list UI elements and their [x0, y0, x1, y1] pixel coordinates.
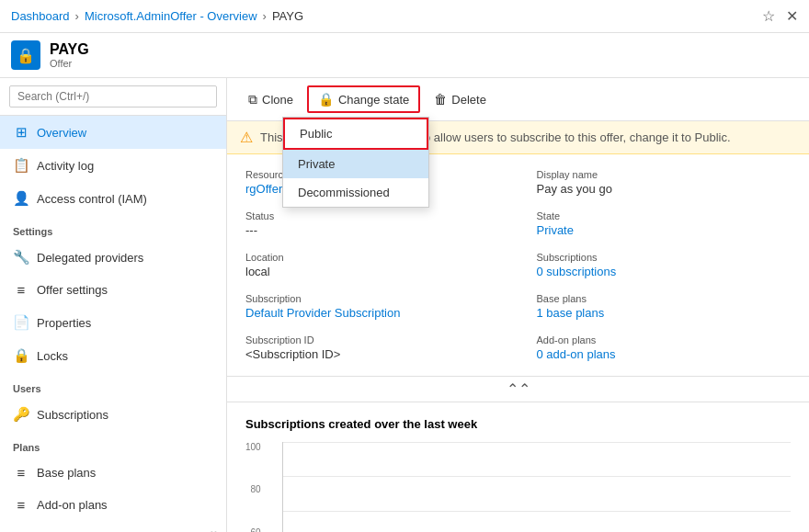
delete-label: Delete	[451, 93, 486, 107]
base-plans-item: Base plans 1 base plans	[537, 293, 792, 320]
delegated-providers-icon: 🔧	[13, 249, 29, 266]
sidebar: ⊞ Overview 📋 Activity log 👤 Access contr…	[0, 78, 227, 532]
dropdown-public-label: Public	[300, 127, 332, 141]
dropdown-item-public[interactable]: Public	[283, 118, 428, 150]
sidebar-item-delegated-providers[interactable]: 🔧 Delegated providers	[0, 241, 226, 274]
top-bar: Dashboard › Microsoft.AdminOffer - Overv…	[0, 0, 809, 33]
access-control-icon: 👤	[13, 190, 29, 207]
change-state-dropdown: Public Private Decommissioned	[282, 117, 429, 208]
sidebar-item-offer-settings[interactable]: ≡ Offer settings	[0, 274, 226, 306]
add-on-plans-value[interactable]: 0 add-on plans	[537, 347, 792, 361]
top-bar-icons: ☆ ✕	[762, 7, 798, 25]
breadcrumb: Dashboard › Microsoft.AdminOffer - Overv…	[11, 9, 303, 23]
add-on-plans-label: Add-on plans	[537, 334, 792, 345]
base-plans-label: Base plans	[537, 293, 792, 304]
status-value: ---	[245, 223, 500, 237]
delete-icon: 🗑	[434, 92, 447, 107]
change-state-icon: 🔒	[318, 92, 334, 107]
sidebar-item-label-activity-log: Activity log	[37, 159, 94, 173]
sidebar-item-access-control[interactable]: 👤 Access control (IAM)	[0, 182, 226, 215]
base-plans-icon: ≡	[13, 465, 29, 481]
sidebar-item-add-on-plans[interactable]: ≡ Add-on plans	[0, 489, 226, 521]
subscription-id-label: Subscription ID	[245, 334, 500, 345]
toolbar: ⧉ Clone 🔒 Change state 🗑 Delete Public P…	[227, 78, 809, 121]
display-name-value: Pay as you go	[537, 182, 792, 196]
location-item: Location local	[245, 252, 500, 278]
state-value[interactable]: Private	[537, 223, 792, 237]
subscriptions-icon: 🔑	[13, 406, 29, 423]
y-axis: 100 80 60 40	[245, 442, 267, 532]
subscriptions-count-value[interactable]: 0 subscriptions	[537, 265, 792, 278]
overview-icon: ⊞	[13, 124, 29, 141]
delete-button[interactable]: 🗑 Delete	[424, 86, 496, 112]
sidebar-item-base-plans[interactable]: ≡ Base plans	[0, 457, 226, 489]
subscriptions-count-item: Subscriptions 0 subscriptions	[537, 252, 792, 278]
scroll-indicator[interactable]: ⌃⌃	[227, 376, 809, 402]
clone-button[interactable]: ⧉ Clone	[238, 86, 303, 113]
scroll-up-icon[interactable]: ⌃⌃	[507, 380, 530, 398]
sidebar-item-subscriptions[interactable]: 🔑 Subscriptions	[0, 398, 226, 431]
dropdown-item-decommissioned[interactable]: Decommissioned	[283, 178, 428, 207]
state-item: State Private	[537, 210, 792, 237]
app-title-group: PAYG Offer	[50, 41, 89, 69]
dropdown-private-label: Private	[298, 157, 335, 171]
pin-icon[interactable]: ☆	[762, 7, 775, 25]
sidebar-item-label-offer-settings: Offer settings	[37, 283, 108, 297]
subscriptions-count-label: Subscriptions	[537, 252, 792, 263]
properties-icon: 📄	[13, 314, 29, 331]
base-plans-value[interactable]: 1 base plans	[537, 306, 792, 320]
collapse-icon[interactable]: «	[208, 525, 217, 532]
sidebar-item-label-properties: Properties	[37, 316, 91, 330]
sidebar-item-properties[interactable]: 📄 Properties	[0, 306, 226, 339]
location-value: local	[245, 265, 500, 278]
offer-settings-icon: ≡	[13, 282, 29, 298]
breadcrumb-admin-offer[interactable]: Microsoft.AdminOffer - Overview	[85, 9, 257, 23]
offer-icon: 🔒	[17, 47, 35, 64]
grid-line-60	[283, 511, 791, 512]
chart-container: 100 80 60 40	[245, 442, 791, 532]
add-on-plans-icon: ≡	[13, 497, 29, 513]
sidebar-item-label-locks: Locks	[37, 349, 68, 363]
app-title: PAYG	[50, 41, 89, 58]
subscription-value[interactable]: Default Provider Subscription	[245, 306, 500, 320]
subscription-id-value: <Subscription ID>	[245, 347, 500, 361]
clone-label: Clone	[262, 93, 293, 107]
y-label-100: 100	[245, 442, 261, 452]
status-item: Status ---	[245, 210, 500, 237]
state-label: State	[537, 210, 792, 221]
sidebar-item-label-base-plans: Base plans	[37, 466, 96, 480]
search-box	[0, 78, 226, 116]
app-icon: 🔒	[11, 40, 40, 70]
dropdown-decommissioned-label: Decommissioned	[298, 186, 390, 199]
grid-line-80	[283, 476, 791, 477]
sidebar-item-label-delegated-providers: Delegated providers	[37, 251, 143, 265]
location-label: Location	[245, 252, 500, 263]
dropdown-item-private[interactable]: Private	[283, 150, 428, 178]
activity-log-icon: 📋	[13, 157, 29, 174]
search-input[interactable]	[9, 85, 217, 108]
subscription-label: Subscription	[245, 293, 500, 304]
sidebar-item-label-add-on-plans: Add-on plans	[37, 498, 108, 512]
change-state-label: Change state	[338, 93, 409, 107]
locks-icon: 🔒	[13, 347, 29, 364]
plans-section-label: Plans	[0, 431, 226, 457]
change-state-button[interactable]: 🔒 Change state	[307, 85, 420, 113]
sidebar-item-label-access-control: Access control (IAM)	[37, 192, 147, 206]
app-subtitle: Offer	[50, 58, 89, 69]
chart-section: Subscriptions created over the last week…	[227, 402, 809, 532]
display-name-label: Display name	[537, 169, 792, 180]
warning-icon: ⚠	[240, 129, 253, 146]
display-name-item: Display name Pay as you go	[537, 169, 792, 196]
sidebar-collapse[interactable]: «	[0, 521, 226, 532]
add-on-plans-item: Add-on plans 0 add-on plans	[537, 334, 792, 361]
breadcrumb-payg: PAYG	[272, 9, 303, 23]
sidebar-item-activity-log[interactable]: 📋 Activity log	[0, 149, 226, 182]
breadcrumb-dashboard[interactable]: Dashboard	[11, 9, 70, 23]
y-label-80: 80	[251, 484, 261, 494]
close-icon[interactable]: ✕	[786, 7, 798, 25]
breadcrumb-sep-2: ›	[263, 9, 267, 23]
subscription-id-item: Subscription ID <Subscription ID>	[245, 334, 500, 361]
sidebar-item-overview[interactable]: ⊞ Overview	[0, 116, 226, 149]
sidebar-item-locks[interactable]: 🔒 Locks	[0, 339, 226, 372]
subscription-item: Subscription Default Provider Subscripti…	[245, 293, 500, 320]
